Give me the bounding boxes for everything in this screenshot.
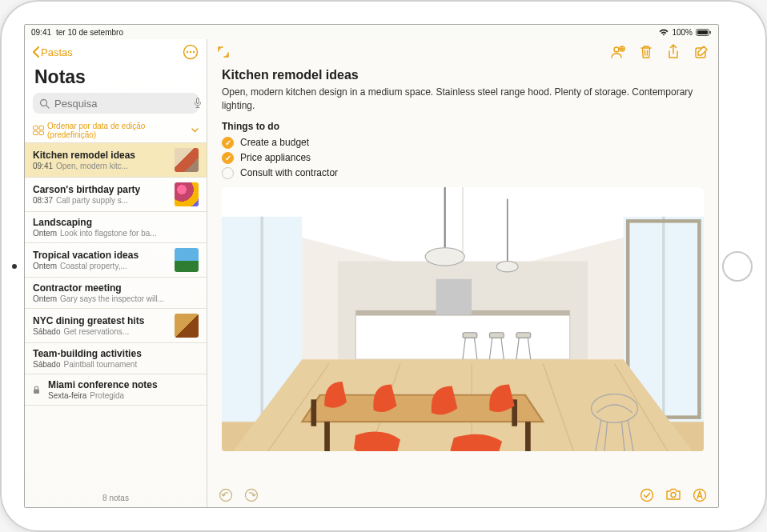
note-item-title: Miami conference notes [48, 379, 199, 390]
note-detail: Kitchen remodel ideas Open, modern kitch… [207, 39, 718, 507]
battery-icon [696, 29, 712, 36]
todo-checkbox[interactable] [222, 137, 234, 149]
note-item-subtitle: SábadoGet reservations... [33, 327, 168, 336]
lock-icon [33, 386, 40, 394]
svg-rect-51 [324, 422, 330, 451]
svg-rect-34 [463, 332, 477, 338]
notes-count: 8 notas [25, 489, 207, 507]
note-item-subtitle: SábadoPaintball tournament [33, 360, 199, 369]
note-item-subtitle: 08:37Call party supply s... [33, 196, 168, 205]
note-item-title: Contractor meeting [33, 282, 199, 294]
status-bar: 09:41 ter 10 de setembro 100% [25, 25, 718, 39]
note-item-subtitle: 09:41Open, modern kitc... [33, 162, 168, 170]
note-item-title: Kitchen remodel ideas [33, 150, 168, 161]
note-item-title: Team-building activities [33, 348, 199, 359]
svg-point-63 [671, 493, 676, 498]
sort-control[interactable]: Ordenar por data de edição (predefinição… [25, 118, 207, 143]
todo-checkbox[interactable] [222, 167, 234, 179]
sidebar-title: Notas [25, 65, 207, 93]
undo-icon[interactable] [219, 488, 233, 502]
svg-point-62 [641, 490, 653, 502]
note-item-title: Carson's birthday party [33, 184, 168, 195]
note-thumbnail [175, 248, 199, 272]
note-item-subtitle: OntemCoastal property,... [33, 262, 168, 270]
svg-rect-13 [39, 131, 44, 135]
svg-point-6 [193, 51, 195, 53]
home-button[interactable] [722, 251, 753, 282]
note-item-subtitle: Sexta-feiraProtegida [48, 391, 199, 400]
notes-list[interactable]: Kitchen remodel ideas09:41Open, modern k… [25, 143, 207, 489]
collaborate-icon[interactable] [609, 45, 625, 59]
note-item[interactable]: Kitchen remodel ideas09:41Open, modern k… [25, 143, 207, 178]
todo-checkbox[interactable] [222, 152, 234, 164]
note-thumbnail [175, 148, 199, 172]
todo-item[interactable]: Create a budget [222, 135, 704, 150]
markup-icon[interactable] [693, 488, 707, 502]
sort-label: Ordenar por data de edição (predefinição… [47, 122, 188, 139]
note-item[interactable]: LandscapingOntemLook into flagstone for … [25, 212, 207, 243]
note-item-title: Tropical vacation ideas [33, 250, 168, 261]
device-camera [12, 264, 17, 269]
note-content[interactable]: Kitchen remodel ideas Open, modern kitch… [207, 65, 718, 483]
svg-rect-10 [34, 126, 38, 130]
svg-rect-1 [697, 30, 708, 34]
note-item[interactable]: Team-building activitiesSábadoPaintball … [25, 343, 207, 374]
svg-point-5 [190, 51, 191, 53]
todo-list: Create a budgetPrice appliancesConsult w… [222, 135, 704, 181]
note-item[interactable]: Contractor meetingOntemGary says the ins… [25, 278, 207, 309]
todo-text: Create a budget [240, 137, 309, 148]
svg-rect-11 [39, 126, 44, 130]
more-button[interactable] [183, 44, 199, 60]
compose-icon[interactable] [694, 45, 709, 59]
svg-point-28 [425, 247, 464, 265]
svg-rect-12 [34, 131, 38, 135]
gallery-view-icon [33, 126, 44, 135]
svg-rect-14 [34, 389, 39, 394]
note-item[interactable]: Carson's birthday party08:37Call party s… [25, 178, 207, 212]
todo-item[interactable]: Price appliances [222, 150, 704, 166]
todo-text: Consult with contractor [240, 167, 338, 178]
redo-icon[interactable] [244, 488, 259, 502]
status-date: ter 10 de setembro [56, 28, 123, 37]
share-icon[interactable] [667, 44, 680, 60]
camera-icon[interactable] [665, 488, 681, 502]
note-item-title: NYC dining greatest hits [33, 315, 168, 326]
svg-rect-9 [197, 98, 199, 104]
note-title: Kitchen remodel ideas [222, 68, 704, 82]
note-item[interactable]: Miami conference notesSexta-feiraProtegi… [25, 374, 207, 406]
note-attachment-image[interactable] [222, 187, 704, 451]
note-thumbnail [175, 182, 199, 206]
back-button[interactable]: Pastas [33, 46, 73, 58]
trash-icon[interactable] [640, 45, 653, 59]
todo-item[interactable]: Consult with contractor [222, 166, 704, 181]
chevron-down-icon [191, 128, 199, 133]
search-input[interactable] [54, 98, 189, 110]
svg-point-4 [187, 51, 188, 53]
back-label: Pastas [41, 46, 73, 58]
svg-rect-2 [710, 30, 711, 33]
note-heading: Things to do [222, 121, 704, 132]
svg-line-8 [46, 105, 50, 108]
todo-text: Price appliances [240, 152, 311, 163]
svg-rect-40 [516, 332, 531, 338]
search-icon [39, 98, 50, 109]
note-item-subtitle: OntemLook into flagstone for ba... [33, 229, 199, 238]
svg-point-60 [220, 490, 232, 502]
search-bar[interactable] [33, 93, 199, 114]
svg-point-15 [614, 47, 619, 52]
svg-rect-37 [489, 332, 504, 338]
sidebar: Pastas Notas Ordenar por data de edição … [25, 39, 207, 507]
svg-point-30 [496, 261, 518, 271]
checklist-icon[interactable] [640, 488, 654, 502]
note-body: Open, modern kitchen design in a medium … [222, 86, 704, 113]
battery-percent: 100% [672, 28, 693, 37]
dictate-icon[interactable] [194, 98, 202, 109]
svg-point-61 [246, 490, 258, 502]
svg-rect-33 [436, 278, 472, 314]
note-item-title: Landscaping [33, 217, 199, 228]
note-item-subtitle: OntemGary says the inspector will... [33, 294, 199, 303]
note-item[interactable]: Tropical vacation ideasOntemCoastal prop… [25, 243, 207, 278]
expand-icon[interactable] [217, 46, 230, 58]
svg-rect-53 [311, 399, 316, 426]
note-item[interactable]: NYC dining greatest hitsSábadoGet reserv… [25, 309, 207, 343]
